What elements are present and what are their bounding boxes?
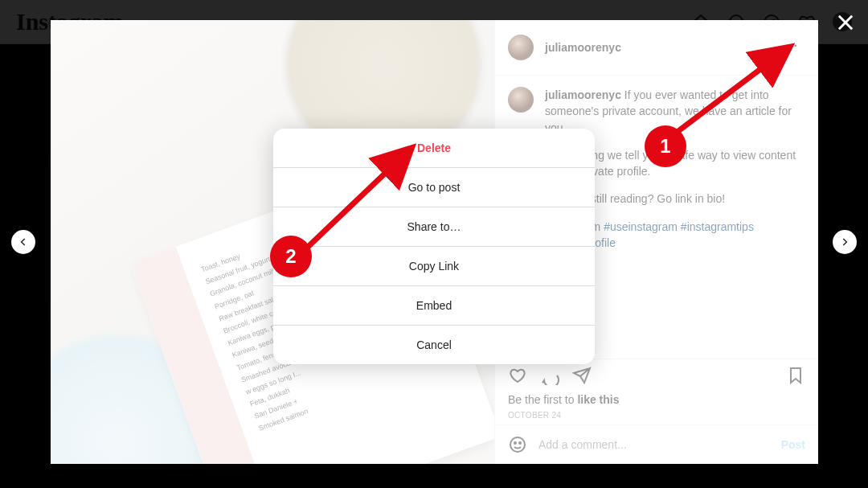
option-delete[interactable]: Delete bbox=[273, 129, 595, 167]
option-embed[interactable]: Embed bbox=[273, 285, 595, 325]
close-icon bbox=[834, 11, 857, 34]
annotation-badge-2: 2 bbox=[270, 236, 312, 277]
previous-post-button[interactable] bbox=[11, 230, 35, 254]
option-cancel[interactable]: Cancel bbox=[273, 325, 595, 364]
option-go-to-post[interactable]: Go to post bbox=[273, 167, 595, 207]
chevron-left-icon bbox=[18, 236, 29, 248]
option-copy-link[interactable]: Copy Link bbox=[273, 246, 595, 285]
post-options-dialog: Delete Go to post Share to… Copy Link Em… bbox=[273, 129, 595, 364]
next-post-button[interactable] bbox=[833, 230, 857, 254]
annotation-badge-1: 1 bbox=[645, 125, 686, 167]
option-share-to[interactable]: Share to… bbox=[273, 207, 595, 246]
close-button[interactable] bbox=[834, 11, 857, 37]
chevron-right-icon bbox=[839, 236, 850, 248]
